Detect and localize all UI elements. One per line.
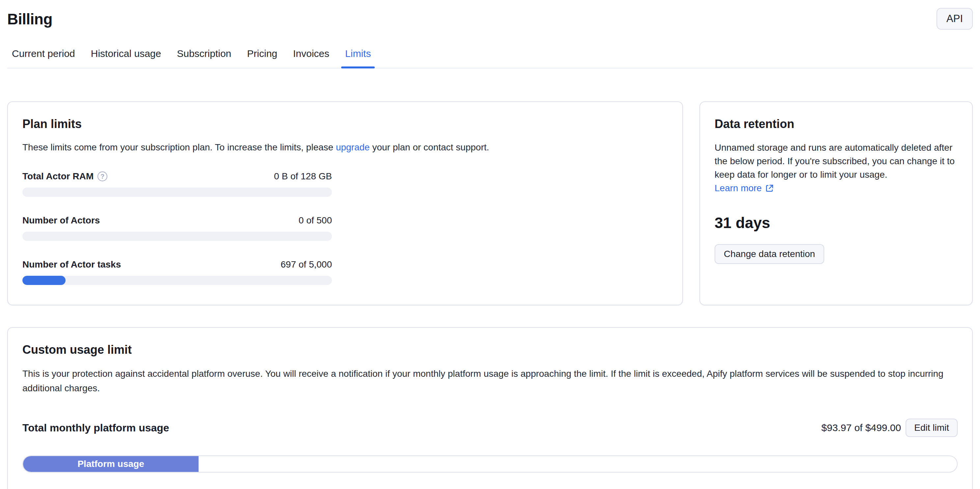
plan-limits-card: Plan limits These limits come from your …: [7, 102, 683, 305]
limit-item-actors: Number of Actors 0 of 500: [22, 215, 332, 241]
platform-usage-track: Platform usage: [22, 456, 958, 473]
limits-row: Plan limits These limits come from your …: [7, 102, 973, 305]
learn-more-label: Learn more: [714, 181, 762, 195]
learn-more-link[interactable]: Learn more: [714, 181, 774, 195]
upgrade-link[interactable]: upgrade: [336, 142, 370, 152]
billing-page: Billing API Current period Historical us…: [0, 0, 980, 489]
api-button[interactable]: API: [937, 8, 973, 30]
limit-item-ram: Total Actor RAM ? 0 B of 128 GB: [22, 171, 332, 197]
data-retention-card: Data retention Unnamed storage and runs …: [700, 102, 973, 305]
platform-usage-fill: Platform usage: [23, 456, 199, 472]
help-icon[interactable]: ?: [97, 171, 107, 181]
tab-current-period[interactable]: Current period: [8, 44, 79, 68]
plan-limits-description: These limits come from your subscription…: [22, 141, 668, 154]
limit-item-tasks: Number of Actor tasks 697 of 5,000: [22, 259, 332, 285]
usage-right: $93.97 of $499.00 Edit limit: [821, 419, 958, 437]
tasks-progress-fill: [22, 276, 65, 285]
tab-invoices[interactable]: Invoices: [289, 44, 333, 68]
plan-limits-description-before: These limits come from your subscription…: [22, 142, 336, 152]
ram-progress-track: [22, 187, 332, 197]
data-retention-title: Data retention: [714, 117, 958, 131]
page-header: Billing API: [7, 6, 973, 30]
limit-label-text: Total Actor RAM: [22, 171, 94, 182]
retention-period-value: 31 days: [714, 214, 958, 232]
tab-pricing[interactable]: Pricing: [243, 44, 281, 68]
limit-row: Number of Actors 0 of 500: [22, 215, 332, 226]
limit-label-tasks: Number of Actor tasks: [22, 259, 121, 270]
actors-progress-track: [22, 232, 332, 241]
tab-historical-usage[interactable]: Historical usage: [87, 44, 165, 68]
limit-block: Total Actor RAM ? 0 B of 128 GB Number o…: [22, 171, 332, 285]
usage-limit-row: Custom usage limit This is your protecti…: [7, 327, 973, 489]
tab-subscription[interactable]: Subscription: [173, 44, 235, 68]
limit-value-tasks: 697 of 5,000: [280, 259, 332, 270]
limit-row: Number of Actor tasks 697 of 5,000: [22, 259, 332, 270]
limit-value-actors: 0 of 500: [299, 215, 332, 226]
data-retention-description-text: Unnamed storage and runs are automatical…: [714, 143, 955, 180]
data-retention-description: Unnamed storage and runs are automatical…: [714, 141, 958, 195]
page-title: Billing: [7, 10, 52, 28]
usage-value: $93.97 of $499.00: [821, 422, 901, 433]
limit-label-ram: Total Actor RAM ?: [22, 171, 107, 182]
custom-usage-limit-card: Custom usage limit This is your protecti…: [7, 327, 973, 489]
custom-usage-limit-title: Custom usage limit: [22, 343, 958, 357]
plan-limits-description-after: your plan or contact support.: [370, 142, 489, 152]
usage-label: Total monthly platform usage: [22, 422, 169, 434]
limit-value-ram: 0 B of 128 GB: [274, 171, 332, 182]
change-data-retention-button[interactable]: Change data retention: [714, 244, 824, 264]
tasks-progress-track: [22, 276, 332, 285]
limit-label-actors: Number of Actors: [22, 215, 100, 226]
external-link-icon: [765, 184, 774, 193]
plan-limits-title: Plan limits: [22, 117, 668, 131]
usage-header: Total monthly platform usage $93.97 of $…: [22, 419, 958, 437]
edit-limit-button[interactable]: Edit limit: [905, 419, 958, 437]
platform-usage-bar-label: Platform usage: [77, 459, 144, 469]
custom-usage-limit-description: This is your protection against accident…: [22, 367, 958, 395]
billing-tabs: Current period Historical usage Subscrip…: [7, 44, 973, 68]
limit-row: Total Actor RAM ? 0 B of 128 GB: [22, 171, 332, 182]
tab-limits[interactable]: Limits: [341, 44, 375, 68]
